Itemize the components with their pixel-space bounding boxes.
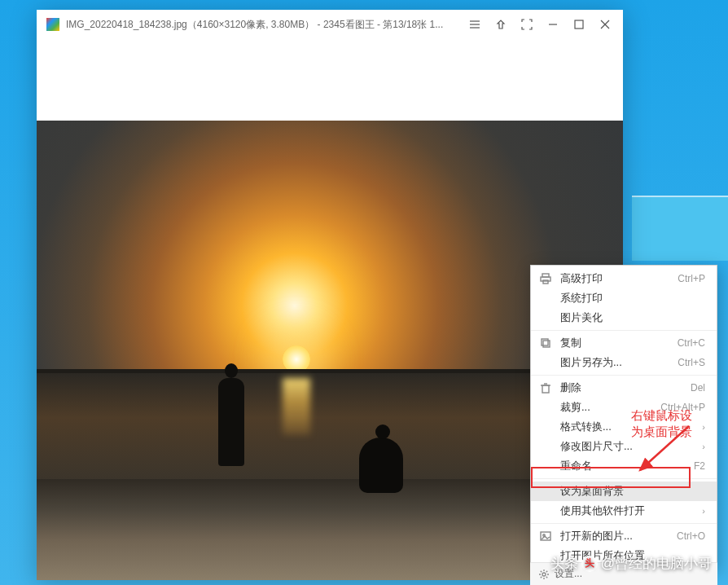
menu-separator <box>531 523 717 524</box>
watermark-icon: 头 <box>581 556 598 572</box>
menu-shortcut: Ctrl+C <box>678 337 705 349</box>
image-icon <box>539 530 552 543</box>
blank-icon <box>539 420 552 433</box>
menu-item-resize[interactable]: 修改图片尺寸... › <box>531 437 717 456</box>
menu-label: 打开新的图片... <box>560 529 677 543</box>
menu-shortcut: Ctrl+O <box>677 530 705 542</box>
menu-label: 裁剪... <box>560 400 660 415</box>
menu-label: 复制 <box>560 336 678 350</box>
menu-label: 删除 <box>560 380 691 395</box>
svg-point-18 <box>542 573 546 576</box>
menu-item-advanced-print[interactable]: 高级打印 Ctrl+P <box>531 269 717 288</box>
fullscreen-button[interactable] <box>514 10 540 39</box>
titlebar: IMG_20220418_184238.jpg（4160×3120像素, 3.8… <box>37 10 623 39</box>
blank-icon <box>539 401 552 414</box>
menu-shortcut: F2 <box>694 460 705 472</box>
menu-item-open-with[interactable]: 使用其他软件打开 › <box>531 501 717 521</box>
menu-item-rename[interactable]: 重命名 F2 <box>531 456 717 476</box>
svg-rect-13 <box>542 385 549 393</box>
chevron-right-icon: › <box>702 442 705 451</box>
menu-separator <box>531 478 717 479</box>
photo-sun-reflection <box>283 378 310 435</box>
context-menu: 高级打印 Ctrl+P 系统打印 图片美化 复制 Ctrl+C 图片另存为...… <box>530 265 717 570</box>
menu-label: 设为桌面背景 <box>560 484 705 499</box>
menu-item-delete[interactable]: 删除 Del <box>531 378 717 398</box>
menu-item-copy[interactable]: 复制 Ctrl+C <box>531 333 717 353</box>
maximize-button[interactable] <box>566 10 592 39</box>
menu-label: 使用其他软件打开 <box>560 504 697 518</box>
blank-icon <box>539 504 552 517</box>
svg-rect-11 <box>542 339 548 345</box>
minimize-button[interactable] <box>540 10 566 39</box>
menu-shortcut: Ctrl+S <box>678 357 705 368</box>
copy-icon <box>539 336 552 350</box>
window-controls <box>462 10 618 39</box>
menu-item-beautify[interactable]: 图片美化 <box>531 308 717 328</box>
menu-shortcut: Del <box>691 382 705 394</box>
svg-marker-3 <box>498 20 504 29</box>
watermark-text: @曾经的电脑小哥 <box>601 554 712 573</box>
menu-item-save-as[interactable]: 图片另存为... Ctrl+S <box>531 353 717 372</box>
menu-item-format-convert[interactable]: 格式转换... › <box>531 417 717 437</box>
menu-shortcut: Ctrl+P <box>678 273 705 284</box>
menu-label: 图片另存为... <box>560 355 678 370</box>
printer-icon <box>539 272 552 285</box>
menu-button[interactable] <box>462 10 488 39</box>
menu-label: 图片美化 <box>560 310 705 325</box>
photo-person-standing <box>218 378 244 466</box>
menu-item-system-print[interactable]: 系统打印 <box>531 288 717 308</box>
menu-label: 重命名 <box>560 459 694 473</box>
watermark: 头条 头 @曾经的电脑小哥 <box>550 554 712 573</box>
menu-label: 系统打印 <box>560 291 705 306</box>
desktop-background-accent <box>632 196 728 261</box>
menu-item-set-wallpaper[interactable]: 设为桌面背景 <box>531 482 717 501</box>
menu-item-open-new[interactable]: 打开新的图片... Ctrl+O <box>531 526 717 546</box>
watermark-prefix: 头条 <box>550 554 578 573</box>
menu-label: 格式转换... <box>560 420 697 434</box>
menu-shortcut: Ctrl+Alt+P <box>660 402 705 413</box>
trash-icon <box>539 381 552 394</box>
blank-icon <box>539 356 552 369</box>
chevron-right-icon: › <box>702 506 705 516</box>
blank-icon <box>539 460 552 473</box>
svg-rect-5 <box>575 20 583 29</box>
pin-button[interactable] <box>488 10 514 39</box>
svg-rect-10 <box>543 280 548 284</box>
gear-icon <box>538 569 550 580</box>
blank-icon <box>539 440 552 453</box>
menu-item-crop[interactable]: 裁剪... Ctrl+Alt+P <box>531 398 717 417</box>
menu-label: 高级打印 <box>560 271 678 286</box>
menu-separator <box>531 330 717 331</box>
blank-icon <box>539 485 552 498</box>
blank-icon <box>539 292 552 305</box>
close-button[interactable] <box>592 10 618 39</box>
blank-icon <box>539 311 552 324</box>
app-icon <box>46 18 59 31</box>
menu-label: 修改图片尺寸... <box>560 439 697 454</box>
photo-person-crouching <box>359 438 403 493</box>
svg-rect-12 <box>543 341 550 347</box>
chevron-right-icon: › <box>702 422 705 432</box>
window-title: IMG_20220418_184238.jpg（4160×3120像素, 3.8… <box>66 18 462 32</box>
menu-separator <box>531 375 717 376</box>
